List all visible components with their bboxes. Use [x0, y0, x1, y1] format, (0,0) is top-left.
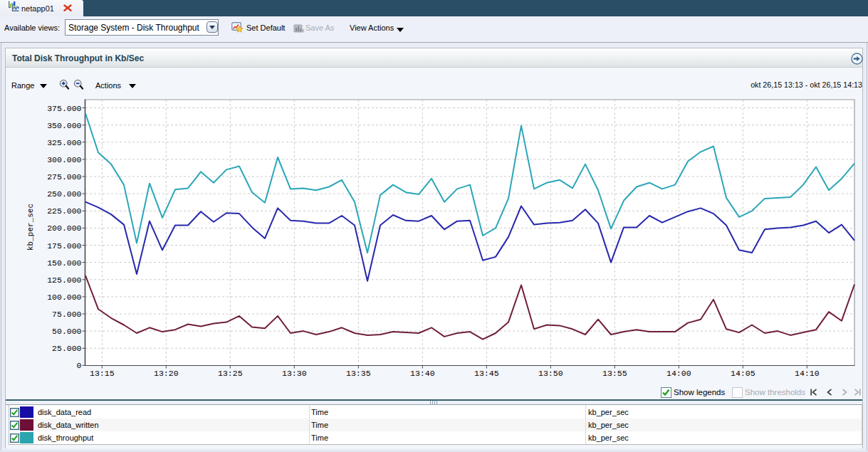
svg-text:13:40: 13:40	[410, 369, 435, 378]
svg-text:300.000: 300.000	[47, 155, 81, 164]
svg-text:13:25: 13:25	[218, 369, 243, 378]
svg-text:13:50: 13:50	[538, 369, 563, 378]
svg-text:350.000: 350.000	[47, 121, 81, 130]
svg-text:13:20: 13:20	[154, 369, 179, 378]
svg-text:0: 0	[77, 361, 82, 370]
svg-text:kb_per_sec: kb_per_sec	[26, 204, 35, 251]
svg-text:200.000: 200.000	[47, 224, 81, 233]
svg-text:13:35: 13:35	[346, 369, 371, 378]
svg-text:125.000: 125.000	[47, 275, 81, 285]
svg-text:13:30: 13:30	[282, 369, 307, 378]
svg-text:14:10: 14:10	[795, 369, 820, 378]
svg-text:225.000: 225.000	[47, 206, 81, 216]
svg-text:50.000: 50.000	[52, 327, 82, 336]
svg-text:150.000: 150.000	[47, 258, 81, 268]
svg-text:13:45: 13:45	[474, 369, 499, 378]
svg-text:14:00: 14:00	[666, 369, 691, 378]
svg-text:325.000: 325.000	[47, 138, 81, 147]
svg-text:275.000: 275.000	[47, 172, 81, 182]
svg-text:375.000: 375.000	[47, 104, 81, 113]
svg-text:100.000: 100.000	[47, 293, 81, 302]
svg-text:13:55: 13:55	[602, 369, 627, 378]
svg-text:75.000: 75.000	[52, 310, 82, 319]
svg-text:13:15: 13:15	[90, 369, 115, 378]
svg-text:175.000: 175.000	[47, 241, 81, 251]
svg-text:25.000: 25.000	[52, 344, 82, 353]
svg-text:250.000: 250.000	[47, 189, 81, 199]
svg-text:14:05: 14:05	[731, 369, 755, 378]
